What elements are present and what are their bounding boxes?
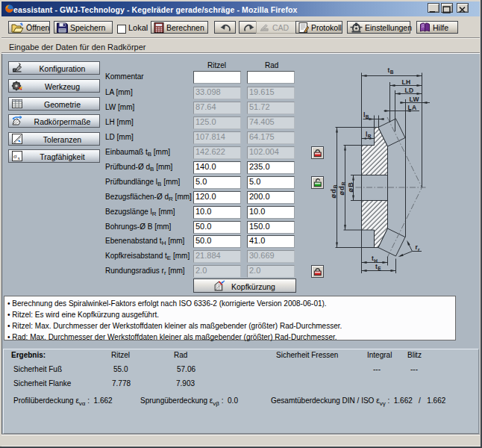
svg-text:lR: lR <box>366 131 372 139</box>
svg-text:tE: tE <box>375 263 381 271</box>
svg-text:tH: tH <box>372 255 378 263</box>
svg-text:LW: LW <box>410 96 420 103</box>
svg-text:LH: LH <box>402 78 411 86</box>
svg-text:σ: σ <box>13 152 17 160</box>
svg-text:LD: LD <box>405 87 414 94</box>
svg-text:⌀B: ⌀B <box>346 181 354 192</box>
svg-text:LA: LA <box>408 104 417 111</box>
svg-text:x: x <box>18 155 21 161</box>
svg-text:rr: rr <box>416 243 421 252</box>
svg-text:tB: tB <box>388 66 394 75</box>
svg-text:lB: lB <box>363 111 369 119</box>
